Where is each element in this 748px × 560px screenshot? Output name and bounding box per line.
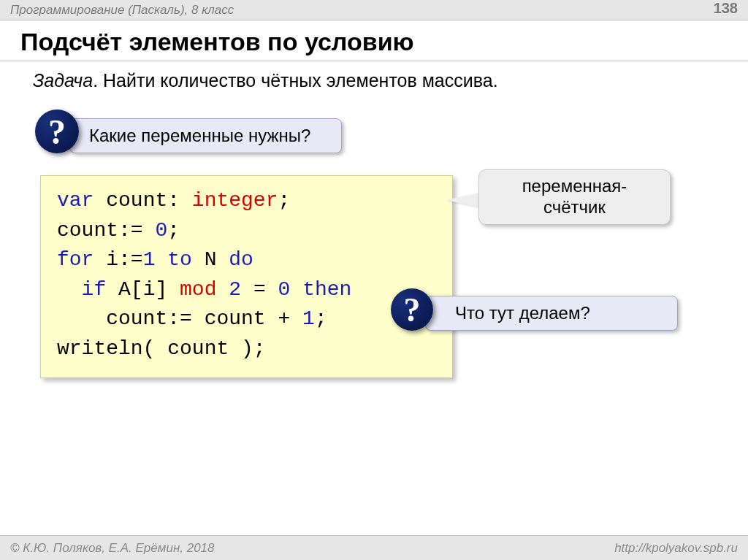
header-bar: Программирование (Паскаль), 8 класс 138 [0,0,748,20]
course-label: Программирование (Паскаль), 8 класс [10,3,234,18]
task-body: . Найти количество чётных элементов масс… [93,70,497,91]
task-label: Задача [33,70,93,91]
code-line-6: writeln( count ); [57,334,436,364]
code-line-5: count:= count + 1; [57,304,436,334]
slide-title: Подсчёт элементов по условию [0,20,748,61]
question-icon: ? [391,288,433,331]
callout-tail [446,193,479,207]
footer-bar: © К.Ю. Поляков, Е.А. Ерёмин, 2018 http:/… [0,535,748,560]
page-number: 138 [714,0,738,17]
code-line-1: var count: integer; [57,186,436,216]
code-line-4: if A[i] mod 2 = 0 then [57,275,436,305]
divider [0,61,748,61]
callout-line-1: переменная- [522,176,627,197]
footer-url: http://kpolyakov.spb.ru [614,541,738,556]
code-block: var count: integer; count:= 0; for i:=1 … [40,175,453,378]
question-bubble-2: Что тут делаем? [425,296,678,331]
question-icon: ? [35,110,79,153]
callout-line-2: счётчик [543,197,606,218]
question-bubble-1: Какие переменные нужны? [69,118,342,153]
code-line-2: count:= 0; [57,216,436,246]
task-text: Задача. Найти количество чётных элементо… [0,69,748,101]
copyright: © К.Ю. Поляков, Е.А. Ерёмин, 2018 [10,541,215,556]
callout-counter-var: переменная- счётчик [478,169,671,225]
code-line-3: for i:=1 to N do [57,245,436,275]
question-1-text: Какие переменные нужны? [89,126,310,146]
question-2-text: Что тут делаем? [455,303,590,323]
